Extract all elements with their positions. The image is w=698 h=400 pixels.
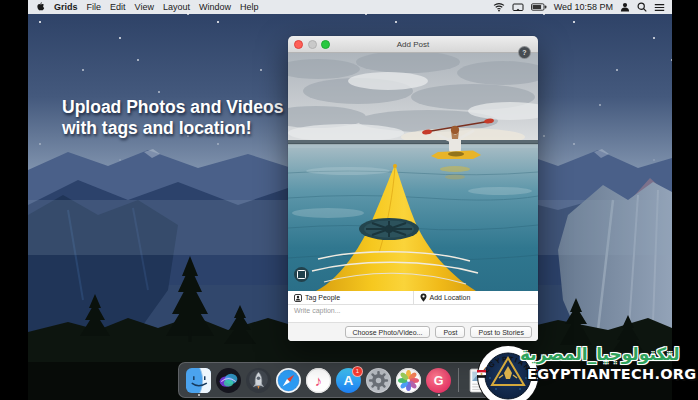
choose-photo-video-button[interactable]: Choose Photo/Video... — [345, 326, 431, 338]
dock: ♪ A 1 G — [178, 362, 499, 398]
svg-text:G: G — [434, 374, 444, 388]
tag-people-label: Tag People — [305, 294, 340, 301]
battery-icon[interactable] — [531, 3, 547, 11]
crop-icon — [297, 270, 306, 279]
dock-separator — [458, 368, 459, 392]
running-indicator — [438, 394, 441, 397]
menu-window[interactable]: Window — [199, 2, 231, 12]
tag-people-button[interactable]: Tag People — [288, 291, 414, 304]
desktop-screenshot: Grids File Edit View Layout Window Help … — [0, 0, 698, 400]
post-to-stories-button[interactable]: Post to Stories — [470, 326, 532, 338]
dock-icon-finder[interactable] — [186, 368, 211, 393]
add-post-window: Add Post ? — [288, 36, 538, 341]
menu-help[interactable]: Help — [240, 2, 259, 12]
screen-area: Grids File Edit View Layout Window Help … — [28, 0, 672, 400]
post-button[interactable]: Post — [435, 326, 465, 338]
egypt-flag-left — [477, 370, 486, 378]
dock-icon-siri[interactable] — [216, 368, 241, 393]
help-button[interactable]: ? — [518, 46, 531, 59]
dock-icon-system-preferences[interactable] — [366, 368, 391, 393]
add-location-button[interactable]: Add Location — [414, 291, 539, 304]
svg-text:A: A — [344, 373, 354, 388]
menu-clock[interactable]: Wed 10:58 PM — [554, 2, 613, 12]
menu-file[interactable]: File — [87, 2, 102, 12]
wifi-icon[interactable] — [493, 2, 505, 12]
window-titlebar[interactable]: Add Post — [288, 36, 538, 53]
dock-icon-itunes[interactable]: ♪ — [306, 368, 331, 393]
watermark-site-text: EGYPTIANTECH.ORG — [527, 366, 697, 382]
menu-app-name[interactable]: Grids — [54, 2, 78, 12]
promo-headline-line2: with tags and location! — [62, 118, 283, 139]
dock-icon-launchpad[interactable] — [246, 368, 271, 393]
user-icon[interactable] — [620, 2, 630, 12]
notification-center-icon[interactable] — [654, 3, 665, 12]
promo-headline: Upload Photos and Videos with tags and l… — [62, 97, 283, 138]
dock-icon-app-store[interactable]: A 1 — [336, 368, 361, 393]
dock-icon-photos[interactable] — [396, 368, 421, 393]
location-pin-icon — [420, 293, 427, 302]
dock-icon-grids[interactable]: G — [426, 368, 451, 393]
dock-icon-safari[interactable] — [276, 368, 301, 393]
display-icon[interactable] — [512, 3, 524, 12]
app-store-badge: 1 — [352, 366, 363, 377]
menu-layout[interactable]: Layout — [163, 2, 190, 12]
running-indicator — [198, 394, 201, 397]
caption-input[interactable]: Write caption... — [288, 305, 538, 323]
post-photo-preview — [288, 53, 538, 291]
post-controls: Tag People Add Location Write caption...… — [288, 291, 538, 341]
menu-view[interactable]: View — [135, 2, 154, 12]
menu-edit[interactable]: Edit — [110, 2, 126, 12]
menu-bar: Grids File Edit View Layout Window Help … — [28, 0, 672, 14]
search-icon[interactable] — [637, 2, 647, 12]
watermark-arabic-text: لتكنولوجيا_المصرية — [520, 344, 686, 364]
add-location-label: Add Location — [430, 294, 471, 301]
expand-crop-button[interactable] — [294, 267, 309, 282]
window-title: Add Post — [288, 40, 538, 49]
apple-menu-icon[interactable] — [35, 1, 45, 14]
svg-text:♪: ♪ — [315, 372, 322, 388]
promo-headline-line1: Upload Photos and Videos — [62, 97, 283, 118]
tag-people-icon — [294, 294, 302, 302]
